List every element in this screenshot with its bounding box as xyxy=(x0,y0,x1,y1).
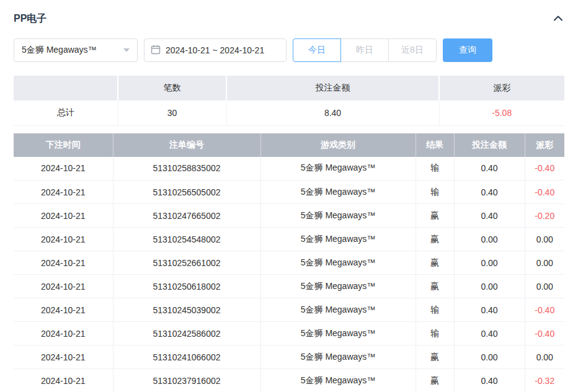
bet-time-cell: 2024-10-21 xyxy=(14,322,113,345)
result-cell: 输 xyxy=(416,180,454,204)
chevron-up-icon xyxy=(553,14,563,24)
payout-cell: 0.00 xyxy=(525,228,564,251)
table-row: 2024-10-21513102379160025金狮 Megaways™赢0.… xyxy=(14,369,564,392)
bet-amount-cell: 0.40 xyxy=(454,369,525,392)
table-row: 2024-10-21513102450390025金狮 Megaways™输0.… xyxy=(14,298,564,322)
summary-bet-amount-cell: 8.40 xyxy=(226,100,439,125)
bet-table-header-row: 下注时间注单编号游戏类别结果投注金额派彩 xyxy=(14,133,564,157)
bet-time-cell: 2024-10-21 xyxy=(14,369,113,392)
order-id-cell: 51310247665002 xyxy=(113,204,260,228)
summary-count-cell: 30 xyxy=(118,100,226,125)
result-cell: 赢 xyxy=(416,228,454,251)
bet-amount-cell: 0.00 xyxy=(454,345,525,369)
calendar-icon xyxy=(151,45,161,56)
bet-amount-cell: 0.00 xyxy=(454,251,525,275)
game-category-cell: 5金狮 Megaways™ xyxy=(260,228,416,251)
bet-amount-cell: 0.00 xyxy=(454,228,525,251)
bet-table-header-cell: 注单编号 xyxy=(113,133,260,157)
summary-total-row: 总计 30 8.40 -5.08 xyxy=(14,100,564,125)
payout-cell: -0.40 xyxy=(525,298,564,322)
game-category-cell: 5金狮 Megaways™ xyxy=(260,369,416,392)
bet-time-cell: 2024-10-21 xyxy=(14,251,113,275)
bet-time-cell: 2024-10-21 xyxy=(14,298,113,322)
bet-amount-cell: 0.40 xyxy=(454,157,525,180)
bet-time-cell: 2024-10-21 xyxy=(14,228,113,251)
date-range-picker[interactable]: 2024-10-21 ~ 2024-10-21 xyxy=(144,38,287,62)
filter-row: 5金狮 Megaways™ 2024-10-21 ~ 2024-10-21 今日… xyxy=(14,38,564,62)
date-range-value: 2024-10-21 ~ 2024-10-21 xyxy=(166,45,264,55)
table-row: 2024-10-21513102588350025金狮 Megaways™输0.… xyxy=(14,157,564,180)
result-cell: 赢 xyxy=(416,251,454,275)
game-category-cell: 5金狮 Megaways™ xyxy=(260,251,416,275)
order-id-cell: 51310250618002 xyxy=(113,275,260,298)
bet-table-header-cell: 游戏类别 xyxy=(260,133,416,157)
summary-table: 笔数投注金额派彩 总计 30 8.40 -5.08 xyxy=(14,76,564,126)
collapse-panel-button[interactable] xyxy=(552,13,564,25)
payout-cell: -0.20 xyxy=(525,204,564,228)
bet-table-header-cell: 结果 xyxy=(416,133,454,157)
summary-header-cell: 派彩 xyxy=(439,76,564,100)
result-cell: 赢 xyxy=(416,369,454,392)
payout-cell: -0.40 xyxy=(525,180,564,204)
bet-table-header-cell: 派彩 xyxy=(525,133,564,157)
order-id-cell: 51310256505002 xyxy=(113,180,260,204)
game-category-cell: 5金狮 Megaways™ xyxy=(260,275,416,298)
bet-amount-cell: 0.40 xyxy=(454,204,525,228)
game-select[interactable]: 5金狮 Megaways™ xyxy=(14,38,138,62)
quick-filter-button[interactable]: 近8日 xyxy=(388,38,437,62)
bet-amount-cell: 0.40 xyxy=(454,322,525,345)
bet-amount-cell: 0.40 xyxy=(454,298,525,322)
summary-header-cell: 投注金额 xyxy=(226,76,439,100)
bet-amount-cell: 0.40 xyxy=(454,180,525,204)
panel-header: PP电子 xyxy=(14,9,564,29)
summary-header-cell xyxy=(14,76,118,100)
payout-cell: 0.00 xyxy=(525,275,564,298)
order-id-cell: 51310242586002 xyxy=(113,322,260,345)
bet-time-cell: 2024-10-21 xyxy=(14,275,113,298)
bet-table-header-cell: 下注时间 xyxy=(14,133,113,157)
order-id-cell: 51310258835002 xyxy=(113,157,260,180)
quick-filter-group: 今日昨日近8日 xyxy=(293,38,437,62)
result-cell: 赢 xyxy=(416,275,454,298)
game-category-cell: 5金狮 Megaways™ xyxy=(260,298,416,322)
search-button[interactable]: 查询 xyxy=(443,38,492,62)
table-row: 2024-10-21513102410660025金狮 Megaways™赢0.… xyxy=(14,345,564,369)
summary-header-cell: 笔数 xyxy=(118,76,226,100)
table-row: 2024-10-21513102526610025金狮 Megaways™赢0.… xyxy=(14,251,564,275)
order-id-cell: 51310245039002 xyxy=(113,298,260,322)
game-category-cell: 5金狮 Megaways™ xyxy=(260,180,416,204)
result-cell: 赢 xyxy=(416,345,454,369)
payout-cell: -0.40 xyxy=(525,157,564,180)
order-id-cell: 51310252661002 xyxy=(113,251,260,275)
result-cell: 输 xyxy=(416,298,454,322)
table-row: 2024-10-21513102545480025金狮 Megaways™赢0.… xyxy=(14,228,564,251)
game-select-value: 5金狮 Megaways™ xyxy=(22,45,97,56)
bet-time-cell: 2024-10-21 xyxy=(14,204,113,228)
bet-table-body: 2024-10-21513102588350025金狮 Megaways™输0.… xyxy=(14,157,564,392)
table-row: 2024-10-21513102565050025金狮 Megaways™输0.… xyxy=(14,180,564,204)
bet-time-cell: 2024-10-21 xyxy=(14,180,113,204)
summary-payout-cell: -5.08 xyxy=(439,100,564,125)
order-id-cell: 51310254548002 xyxy=(113,228,260,251)
chevron-down-icon xyxy=(123,48,130,52)
bet-table-header-cell: 投注金额 xyxy=(454,133,525,157)
payout-cell: 0.00 xyxy=(525,345,564,369)
bet-amount-cell: 0.00 xyxy=(454,275,525,298)
table-row: 2024-10-21513102506180025金狮 Megaways™赢0.… xyxy=(14,275,564,298)
bet-time-cell: 2024-10-21 xyxy=(14,157,113,180)
page-title: PP电子 xyxy=(14,12,47,25)
game-category-cell: 5金狮 Megaways™ xyxy=(260,204,416,228)
game-category-cell: 5金狮 Megaways™ xyxy=(260,157,416,180)
quick-filter-button[interactable]: 今日 xyxy=(293,38,341,62)
quick-filter-button[interactable]: 昨日 xyxy=(340,38,389,62)
bet-time-cell: 2024-10-21 xyxy=(14,345,113,369)
order-id-cell: 51310237916002 xyxy=(113,369,260,392)
table-row: 2024-10-21513102476650025金狮 Megaways™赢0.… xyxy=(14,204,564,228)
payout-cell: 0.00 xyxy=(525,251,564,275)
result-cell: 输 xyxy=(416,322,454,345)
payout-cell: -0.32 xyxy=(525,369,564,392)
table-row: 2024-10-21513102425860025金狮 Megaways™输0.… xyxy=(14,322,564,345)
result-cell: 输 xyxy=(416,157,454,180)
result-cell: 赢 xyxy=(416,204,454,228)
summary-header-row: 笔数投注金额派彩 xyxy=(14,76,564,100)
